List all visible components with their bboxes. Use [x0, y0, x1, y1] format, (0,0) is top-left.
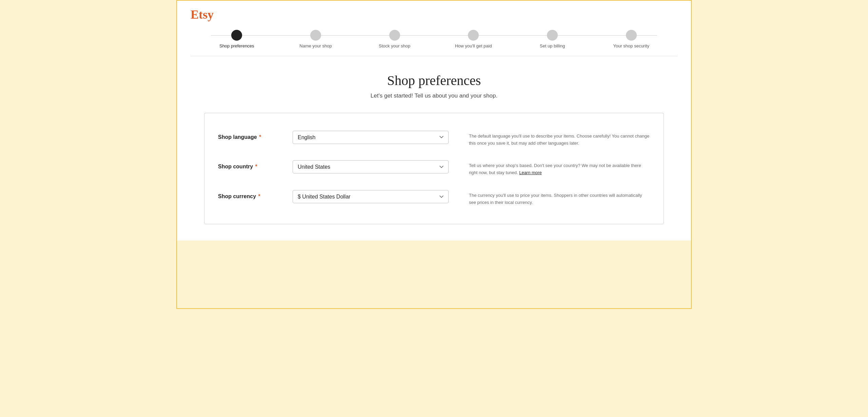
- step-circle-5: [547, 30, 558, 41]
- shop-currency-hint: The currency you'll use to price your it…: [469, 192, 650, 206]
- form-row-language: Shop language * English The default lang…: [218, 124, 650, 154]
- form-control-col-currency: $ United States Dollar: [293, 190, 449, 203]
- step-label-3: Stock your shop: [379, 43, 410, 49]
- step-label-4: How you'll get paid: [455, 43, 492, 49]
- shop-country-select[interactable]: United States: [293, 160, 449, 173]
- shop-language-select[interactable]: English: [293, 131, 449, 144]
- form-label-col-country: Shop country *: [218, 160, 293, 170]
- learn-more-link[interactable]: Learn more: [519, 170, 541, 175]
- form-hint-col-country: Tell us where your shop's based. Don't s…: [469, 160, 650, 176]
- form-control-col-language: English: [293, 131, 449, 144]
- form-label-col-currency: Shop currency *: [218, 190, 293, 200]
- form-hint-col-language: The default language you'll use to descr…: [469, 131, 650, 147]
- form-control-col-country: United States: [293, 160, 449, 173]
- shop-language-label: Shop language *: [218, 134, 261, 140]
- shop-country-hint: Tell us where your shop's based. Don't s…: [469, 162, 650, 176]
- step-how-youll-get-paid: How you'll get paid: [434, 30, 513, 49]
- step-circle-4: [468, 30, 479, 41]
- shop-currency-label: Shop currency *: [218, 193, 260, 199]
- main-content: Etsy Shop preferences Name your shop Sto…: [176, 0, 692, 309]
- required-indicator-language: *: [258, 134, 261, 140]
- step-your-shop-security: Your shop security: [592, 30, 671, 49]
- step-circle-6: [626, 30, 637, 41]
- step-circle-3: [389, 30, 400, 41]
- step-set-up-billing: Set up billing: [513, 30, 592, 49]
- step-circle-2: [310, 30, 321, 41]
- form-hint-col-currency: The currency you'll use to price your it…: [469, 190, 650, 206]
- content-area: Shop preferences Let's get started! Tell…: [177, 56, 691, 241]
- page-subtitle: Let's get started! Tell us about you and…: [204, 92, 664, 99]
- form-label-col-language: Shop language *: [218, 131, 293, 140]
- step-label-5: Set up billing: [540, 43, 565, 49]
- footer-area: [177, 241, 691, 308]
- step-label-1: Shop preferences: [219, 43, 254, 49]
- form-row-country: Shop country * United States Tell us whe…: [218, 153, 650, 183]
- required-indicator-currency: *: [257, 193, 260, 199]
- shop-currency-select[interactable]: $ United States Dollar: [293, 190, 449, 203]
- form-card: Shop language * English The default lang…: [204, 113, 664, 224]
- required-indicator-country: *: [254, 164, 257, 169]
- page-wrapper: Etsy Shop preferences Name your shop Sto…: [0, 0, 868, 417]
- step-name-your-shop: Name your shop: [276, 30, 355, 49]
- header: Etsy Shop preferences Name your shop Sto…: [177, 1, 691, 56]
- progress-stepper: Shop preferences Name your shop Stock yo…: [191, 30, 677, 49]
- shop-language-hint: The default language you'll use to descr…: [469, 133, 650, 147]
- step-shop-preferences: Shop preferences: [197, 30, 276, 49]
- step-label-6: Your shop security: [613, 43, 649, 49]
- form-row-currency: Shop currency * $ United States Dollar T…: [218, 183, 650, 213]
- step-label-2: Name your shop: [299, 43, 332, 49]
- page-title: Shop preferences: [204, 72, 664, 88]
- shop-country-label: Shop country *: [218, 164, 257, 169]
- step-circle-1: [231, 30, 242, 41]
- step-stock-your-shop: Stock your shop: [355, 30, 434, 49]
- etsy-logo: Etsy: [191, 7, 214, 22]
